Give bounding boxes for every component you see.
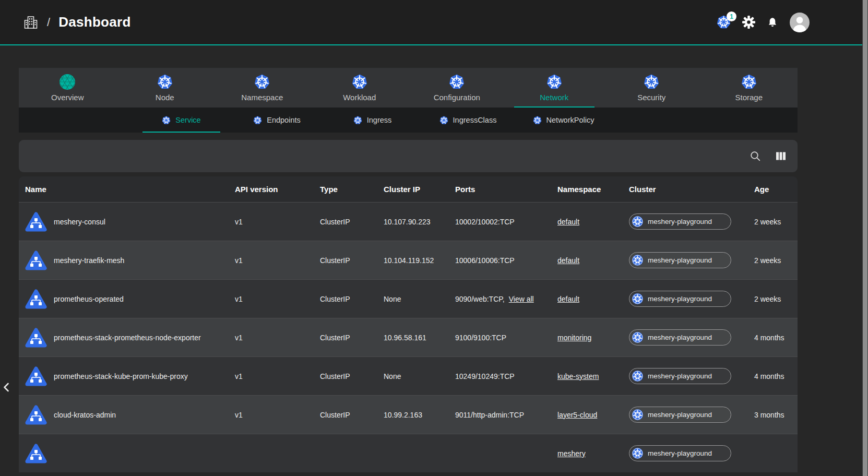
kubernetes-icon — [632, 332, 643, 343]
service-name-cell: prometheus-operated — [19, 289, 229, 309]
column-header-api-version[interactable]: API version — [229, 185, 314, 194]
tab-node[interactable]: Node — [116, 68, 214, 108]
cluster-ip-cell: None — [377, 372, 449, 380]
search-button[interactable] — [750, 150, 761, 162]
tab-network[interactable]: Network — [506, 68, 603, 108]
sub-tabs: ServiceEndpointsIngressIngressClassNetwo… — [19, 108, 798, 133]
column-header-age[interactable]: Age — [748, 185, 798, 194]
kubernetes-icon — [533, 116, 542, 125]
cluster-cell: meshery-playground — [623, 407, 748, 423]
subtab-ingressclass[interactable]: IngressClass — [420, 108, 516, 133]
tab-label: Overview — [51, 93, 84, 102]
api-version-cell: v1 — [229, 295, 314, 303]
cluster-chip[interactable]: meshery-playground — [629, 368, 731, 384]
table-row[interactable]: prometheus-stack-kube-prom-kube-proxyv1C… — [19, 356, 798, 395]
kubernetes-context-button[interactable]: 1 — [717, 15, 731, 29]
tab-label: Network — [540, 93, 568, 102]
column-header-cluster[interactable]: Cluster — [623, 185, 748, 194]
kubernetes-icon — [439, 116, 448, 125]
tab-namespace[interactable]: Namespace — [213, 68, 311, 108]
cluster-ip-cell: 10.107.90.223 — [377, 218, 449, 226]
kubernetes-icon — [632, 216, 643, 227]
subtab-service[interactable]: Service — [134, 108, 229, 133]
subtab-networkpolicy[interactable]: NetworkPolicy — [516, 108, 611, 133]
subtab-label: NetworkPolicy — [546, 116, 594, 124]
subtab-endpoints[interactable]: Endpoints — [229, 108, 325, 133]
table-row[interactable]: mesherymeshery-playground — [19, 434, 798, 472]
age-cell: 2 weeks — [748, 295, 798, 303]
cluster-chip[interactable]: meshery-playground — [629, 252, 731, 268]
column-header-name[interactable]: Name — [19, 185, 229, 194]
namespace-link[interactable]: meshery — [557, 449, 586, 458]
table-row[interactable]: cloud-kratos-adminv1ClusterIP10.99.2.163… — [19, 395, 798, 434]
cluster-chip-label: meshery-playground — [648, 372, 712, 380]
namespace-link[interactable]: default — [557, 256, 579, 265]
ports-cell: 9090/web:TCP,View all — [449, 295, 551, 303]
namespace-link[interactable]: default — [557, 295, 579, 303]
cluster-chip[interactable]: meshery-playground — [629, 291, 731, 307]
service-name-cell: prometheus-stack-kube-prom-kube-proxy — [19, 366, 229, 386]
bell-icon — [767, 17, 778, 28]
table-toolbar — [19, 140, 798, 172]
kubernetes-icon — [162, 116, 171, 125]
cluster-chip[interactable]: meshery-playground — [629, 407, 731, 423]
notifications-button[interactable] — [767, 17, 778, 28]
kubernetes-icon — [632, 409, 643, 420]
service-resource-icon — [25, 251, 47, 270]
cluster-ip-cell: 10.104.119.152 — [377, 256, 449, 265]
column-header-ports[interactable]: Ports — [449, 185, 551, 194]
service-resource-icon — [25, 328, 47, 348]
column-header-cluster-ip[interactable]: Cluster IP — [377, 185, 449, 194]
kubernetes-icon — [157, 74, 173, 90]
api-version-cell: v1 — [229, 334, 314, 342]
drawer-collapse-button[interactable] — [2, 381, 11, 394]
namespace-cell: default — [551, 218, 623, 226]
table-row[interactable]: meshery-consulv1ClusterIP10.107.90.22310… — [19, 202, 798, 241]
api-version-cell: v1 — [229, 256, 314, 265]
namespace-link[interactable]: layer5-cloud — [557, 411, 597, 419]
namespace-link[interactable]: monitoring — [557, 334, 591, 342]
column-header-namespace[interactable]: Namespace — [551, 185, 623, 194]
age-cell: 4 months — [748, 334, 798, 342]
organization-building-icon[interactable] — [23, 15, 39, 30]
cluster-chip[interactable]: meshery-playground — [629, 213, 731, 230]
age-cell: 4 months — [748, 372, 798, 380]
tab-workload[interactable]: Workload — [311, 68, 409, 108]
view-all-ports-link[interactable]: View all — [509, 295, 534, 303]
breadcrumb-separator: / — [47, 16, 50, 29]
type-cell: ClusterIP — [314, 334, 377, 342]
cluster-cell: meshery-playground — [623, 213, 748, 230]
service-resource-icon — [25, 212, 47, 232]
services-table: NameAPI versionTypeCluster IPPortsNamesp… — [19, 176, 798, 472]
service-name: cloud-kratos-admin — [54, 411, 116, 419]
ports-value: 10006/10006:TCP — [455, 256, 515, 265]
cluster-ip-cell: None — [377, 295, 449, 303]
cluster-chip[interactable]: meshery-playground — [629, 329, 731, 346]
ports-cell: 10002/10002:TCP — [449, 218, 551, 226]
cluster-chip[interactable]: meshery-playground — [629, 445, 731, 461]
table-row[interactable]: meshery-traefik-meshv1ClusterIP10.104.11… — [19, 241, 798, 279]
service-name: prometheus-operated — [54, 295, 124, 303]
page-title: Dashboard — [58, 14, 131, 30]
table-row[interactable]: prometheus-stack-prometheus-node-exporte… — [19, 318, 798, 356]
view-columns-button[interactable] — [776, 151, 786, 161]
table-row[interactable]: prometheus-operatedv1ClusterIPNone9090/w… — [19, 279, 798, 318]
namespace-link[interactable]: kube-system — [557, 372, 599, 380]
tab-overview[interactable]: Overview — [19, 68, 116, 108]
type-cell: ClusterIP — [314, 411, 377, 419]
tab-configuration[interactable]: Configuration — [408, 68, 506, 108]
kubernetes-icon — [741, 74, 757, 90]
user-avatar[interactable] — [790, 13, 810, 32]
settings-button[interactable] — [742, 16, 755, 29]
scrollbar-thumb[interactable] — [863, 0, 867, 476]
gear-icon — [742, 16, 755, 29]
tab-security[interactable]: Security — [603, 68, 700, 108]
subtab-ingress[interactable]: Ingress — [325, 108, 420, 133]
meshery-icon — [60, 74, 75, 90]
service-resource-icon — [25, 289, 47, 309]
column-header-type[interactable]: Type — [314, 185, 377, 194]
kubernetes-icon — [254, 74, 270, 90]
tab-storage[interactable]: Storage — [700, 68, 798, 108]
namespace-link[interactable]: default — [557, 218, 579, 226]
service-resource-icon — [25, 405, 47, 425]
